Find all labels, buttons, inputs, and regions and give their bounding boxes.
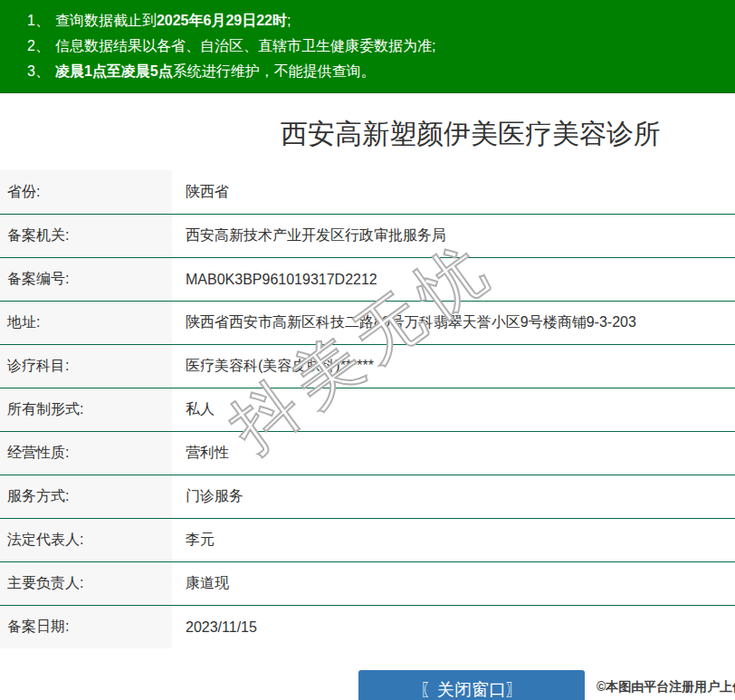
row-value: 陕西省 [172, 170, 735, 214]
info-table: 省份: 陕西省 备案机关: 西安高新技术产业开发区行政审批服务局 备案编号: M… [0, 170, 735, 648]
notice-line-3: 3、凌晨1点至凌晨5点系统进行维护，不能提供查询。 [27, 59, 726, 84]
notice-text: 信息数据结果以各省、自治区、直辖市卫生健康委数据为准; [55, 38, 435, 53]
row-principal: 主要负责人: 康道现 [0, 561, 735, 605]
notice-number: 1、 [27, 13, 50, 28]
notice-text-bold: 2025年6月29日22时 [157, 13, 287, 28]
row-label: 备案机关: [0, 215, 172, 257]
row-ownership-type: 所有制形式: 私人 [0, 388, 735, 431]
notice-number: 2、 [27, 38, 50, 53]
row-value: 康道现 [172, 562, 735, 605]
row-filing-date: 备案日期: 2023/11/15 [0, 605, 735, 648]
row-value: 门诊服务 [172, 475, 735, 518]
row-value: 2023/11/15 [172, 606, 735, 648]
close-window-button[interactable]: 〖关闭窗口〗 [358, 670, 585, 700]
registration-query-page: { "notice_bar": { "bg_color": "#008000",… [0, 0, 735, 700]
row-value: MAB0K3BP961019317D2212 [172, 258, 735, 301]
row-label: 地址: [0, 302, 172, 344]
row-address: 地址: 陕西省西安市高新区科技二路80号万科翡翠天誉小区9号楼商铺9-3-203 [0, 301, 735, 344]
row-label: 法定代表人: [0, 519, 172, 561]
row-filing-authority: 备案机关: 西安高新技术产业开发区行政审批服务局 [0, 214, 735, 257]
row-value: 陕西省西安市高新区科技二路80号万科翡翠天誉小区9号楼商铺9-3-203 [172, 302, 735, 344]
notice-bar: 1、查询数据截止到2025年6月29日22时; 2、信息数据结果以各省、自治区、… [0, 0, 735, 93]
row-value: 医疗美容科(美容皮肤科)****** [172, 345, 735, 388]
upload-caption: ©本图由平台注册用户上传 [597, 679, 735, 695]
row-filing-number: 备案编号: MAB0K3BP961019317D2212 [0, 257, 735, 301]
row-label: 备案编号: [0, 258, 172, 301]
row-value: 私人 [172, 388, 735, 431]
notice-text: 系统进行维护，不能提供查询。 [173, 63, 376, 79]
notice-line-2: 2、信息数据结果以各省、自治区、直辖市卫生健康委数据为准; [27, 34, 726, 59]
notice-text-bold: 凌晨1点至凌晨5点 [55, 63, 173, 79]
row-value: 李元 [172, 519, 735, 561]
row-label: 所有制形式: [0, 388, 172, 431]
row-label: 经营性质: [0, 432, 172, 475]
notice-number: 3、 [27, 63, 50, 79]
notice-text: 查询数据截止到 [55, 13, 157, 28]
notice-text: ; [287, 13, 291, 28]
row-operation-nature: 经营性质: 营利性 [0, 431, 735, 475]
page-title: 西安高新塑颜伊美医疗美容诊所 [0, 114, 735, 154]
row-label: 省份: [0, 170, 172, 214]
row-service-mode: 服务方式: 门诊服务 [0, 475, 735, 518]
row-label: 服务方式: [0, 475, 172, 518]
row-legal-representative: 法定代表人: 李元 [0, 518, 735, 561]
row-value: 西安高新技术产业开发区行政审批服务局 [172, 215, 735, 257]
notice-line-1: 1、查询数据截止到2025年6月29日22时; [27, 8, 726, 34]
row-label: 主要负责人: [0, 562, 172, 605]
row-label: 备案日期: [0, 606, 172, 648]
row-province: 省份: 陕西省 [0, 170, 735, 214]
row-value: 营利性 [172, 432, 735, 475]
row-label: 诊疗科目: [0, 345, 172, 388]
row-clinical-departments: 诊疗科目: 医疗美容科(美容皮肤科)****** [0, 344, 735, 388]
